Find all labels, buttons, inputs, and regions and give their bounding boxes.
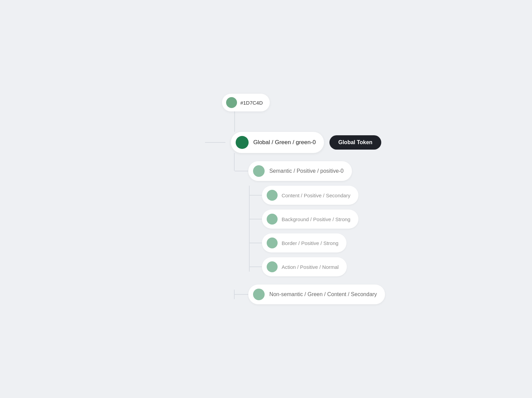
- non-semantic-dot: [253, 289, 265, 300]
- background-dot: [267, 214, 278, 225]
- root-hex-node: #1D7C4D: [222, 94, 270, 111]
- semantic-branch: Semantic / Positive / positive-0 Content…: [234, 161, 385, 283]
- semantic-dot: [253, 165, 265, 177]
- content-label: Content / Positive / Secondary: [282, 193, 351, 198]
- root-row: #1D7C4D: [215, 94, 385, 111]
- root-color-dot: [226, 97, 237, 108]
- border-row: Border / Positive / Strong: [249, 233, 385, 252]
- content-row: Content / Positive / Secondary: [249, 186, 385, 205]
- global-green-node[interactable]: Global / Green / green-0: [231, 132, 324, 153]
- content-vline-seg: [249, 190, 250, 200]
- background-positive-strong-node[interactable]: Background / Positive / Strong: [262, 210, 359, 229]
- semantic-node-row: Semantic / Positive / positive-0: [235, 161, 385, 181]
- background-row: Background / Positive / Strong: [249, 210, 385, 229]
- background-label: Background / Positive / Strong: [282, 216, 351, 222]
- semantic-label: Semantic / Positive / positive-0: [269, 168, 344, 174]
- semantic-children: Content / Positive / Secondary Backgroun…: [249, 186, 385, 276]
- semantic-subtree: Semantic / Positive / positive-0 Content…: [235, 161, 385, 283]
- level1-block: Semantic / Positive / positive-0 Content…: [234, 161, 385, 304]
- level0-row: Global / Green / green-0 Global Token: [205, 132, 385, 153]
- non-sem-horiz: [235, 294, 248, 295]
- bg-horiz: [250, 219, 262, 219]
- global-green-label: Global / Green / green-0: [253, 139, 316, 146]
- semantic-horiz-connector: [235, 171, 248, 171]
- action-positive-normal-node[interactable]: Action / Positive / Normal: [262, 257, 347, 276]
- non-semantic-row: Non-semantic / Green / Content / Seconda…: [234, 285, 385, 304]
- root-hex-label: #1D7C4D: [240, 100, 263, 106]
- root-to-level0-connector: [234, 111, 235, 132]
- level0-to-children-connector: [234, 153, 235, 161]
- border-positive-strong-node[interactable]: Border / Positive / Strong: [262, 233, 347, 252]
- level0-branch-connector: [205, 142, 225, 143]
- global-token-badge[interactable]: Global Token: [329, 135, 381, 150]
- border-label: Border / Positive / Strong: [282, 240, 339, 246]
- non-semantic-label: Non-semantic / Green / Content / Seconda…: [269, 291, 377, 297]
- action-row: Action / Positive / Normal: [249, 257, 385, 276]
- action-label: Action / Positive / Normal: [282, 264, 339, 270]
- content-positive-secondary-node[interactable]: Content / Positive / Secondary: [262, 186, 359, 205]
- action-dot: [267, 261, 278, 272]
- border-horiz: [250, 243, 262, 243]
- content-horiz: [250, 195, 262, 196]
- global-green-dot: [236, 136, 249, 149]
- action-horiz: [250, 266, 262, 267]
- content-dot: [267, 190, 278, 201]
- border-dot: [267, 238, 278, 248]
- semantic-positive-node[interactable]: Semantic / Positive / positive-0: [248, 161, 352, 181]
- token-tree: #1D7C4D Global / Green / green-0 Global …: [147, 94, 385, 304]
- non-semantic-node[interactable]: Non-semantic / Green / Content / Seconda…: [248, 285, 385, 304]
